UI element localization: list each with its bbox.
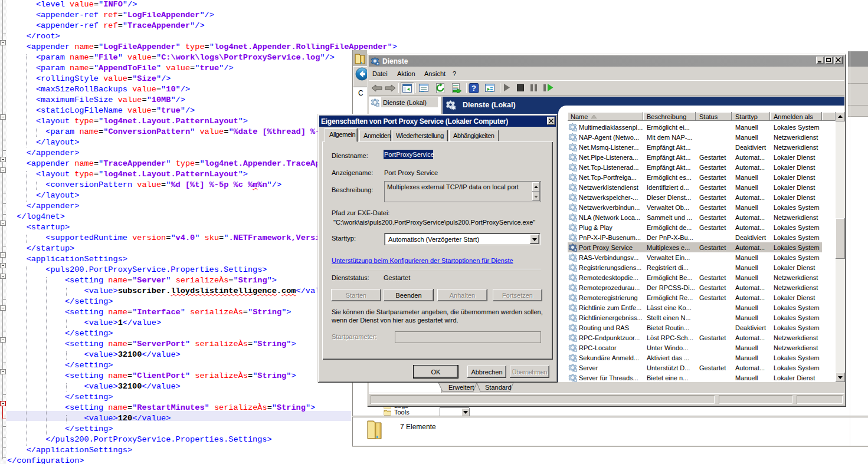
- svg-text:Standard: Standard: [485, 384, 512, 391]
- svg-text:Erweitert: Erweitert: [448, 384, 474, 391]
- svg-text:?: ?: [471, 84, 476, 93]
